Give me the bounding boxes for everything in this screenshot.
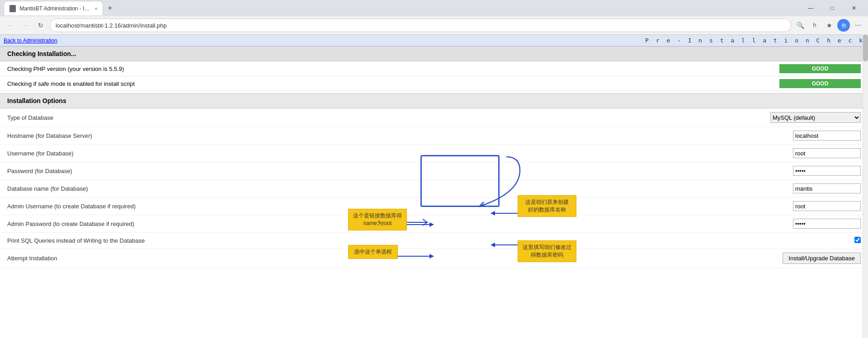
back-to-admin-link[interactable]: Back to Administration bbox=[4, 38, 57, 44]
label-db-type: Type of Database bbox=[7, 114, 392, 121]
input-username[interactable] bbox=[793, 148, 861, 158]
close-btn[interactable]: ✕ bbox=[844, 1, 864, 15]
label-password: Password (for Database) bbox=[7, 168, 392, 174]
input-hostname[interactable] bbox=[793, 131, 861, 141]
field-hostname[interactable] bbox=[793, 131, 861, 141]
select-db-type[interactable]: MySQL (default) PostgreSQL MS SQL Oracle bbox=[770, 112, 861, 123]
annotation-db-name: 这个是链接数据库得 name为root bbox=[348, 209, 407, 230]
label-admin-password: Admin Password (to create Database if re… bbox=[7, 221, 392, 227]
label-hostname: Hostname (for Database Server) bbox=[7, 132, 392, 139]
label-username: Username (for Database) bbox=[7, 150, 392, 157]
input-db-type[interactable]: MySQL (default) PostgreSQL MS SQL Oracle bbox=[770, 112, 861, 123]
minimize-btn[interactable]: — bbox=[800, 1, 821, 15]
input-admin-username[interactable] bbox=[793, 201, 861, 211]
forward-btn[interactable]: → bbox=[19, 19, 32, 32]
option-print-sql: Print SQL Queries instead of Writing to … bbox=[0, 233, 868, 249]
field-username[interactable] bbox=[793, 148, 861, 158]
page-content: Back to Administration P r e - I n s t a… bbox=[0, 35, 868, 338]
label-print-sql: Print SQL Queries instead of Writing to … bbox=[7, 237, 392, 244]
input-dbname[interactable] bbox=[793, 183, 861, 193]
option-admin-username: Admin Username (to create Database if re… bbox=[0, 197, 868, 215]
bookmark-icon[interactable]: ★ bbox=[823, 19, 835, 32]
input-print-sql[interactable] bbox=[854, 237, 861, 244]
search-icon[interactable]: 🔍 bbox=[794, 19, 807, 32]
check-php-label: Checking PHP version (your version is 5.… bbox=[7, 66, 124, 72]
settings-icon[interactable]: ⋯ bbox=[852, 19, 864, 32]
checkbox-print-sql[interactable] bbox=[854, 237, 861, 243]
field-dbname[interactable] bbox=[793, 183, 861, 193]
window-controls: — □ ✕ bbox=[800, 1, 864, 15]
browser-chrome: MantisBT Administration - Insta... × + —… bbox=[0, 0, 868, 35]
field-admin-password[interactable] bbox=[793, 219, 861, 229]
label-install: Attempt Installation bbox=[7, 255, 392, 262]
back-btn[interactable]: ← bbox=[4, 19, 16, 32]
option-hostname: Hostname (for Database Server) bbox=[0, 127, 868, 145]
translate-icon[interactable]: ｈ bbox=[808, 19, 821, 32]
tab-bar: MantisBT Administration - Insta... × + —… bbox=[0, 0, 868, 16]
option-db-type: Type of Database MySQL (default) Postgre… bbox=[0, 108, 868, 127]
field-password[interactable] bbox=[793, 166, 861, 176]
active-tab[interactable]: MantisBT Administration - Insta... × bbox=[4, 1, 103, 15]
option-install: Attempt Installation Install/Upgrade Dat… bbox=[0, 249, 868, 268]
label-admin-username: Admin Username (to create Database if re… bbox=[7, 203, 392, 210]
new-tab-btn[interactable]: + bbox=[104, 4, 116, 13]
maximize-btn[interactable]: □ bbox=[822, 1, 843, 15]
scrollbar-thumb[interactable] bbox=[863, 34, 868, 61]
input-install[interactable]: Install/Upgrade Database bbox=[783, 253, 861, 264]
user-avatar[interactable]: 抱 bbox=[837, 19, 850, 32]
option-password: Password (for Database) bbox=[0, 162, 868, 180]
annotation-checkbox: 选中这个单选框 bbox=[348, 245, 398, 259]
annotation-db-password: 这里填写咱们修改过得数据库密码 bbox=[518, 240, 576, 262]
check-row-php: Checking PHP version (your version is 5.… bbox=[0, 61, 868, 76]
tab-close-btn[interactable]: × bbox=[94, 6, 97, 11]
url-bar[interactable]: localhost/mantisbt-1.2.16/admin/install.… bbox=[50, 19, 791, 32]
option-username: Username (for Database) bbox=[0, 145, 868, 162]
field-admin-username[interactable] bbox=[793, 201, 861, 211]
install-options-header: Installation Options bbox=[0, 93, 868, 108]
pre-install-text: P r e - I n s t a l l a t i o n C h e c … bbox=[645, 37, 864, 44]
input-password[interactable] bbox=[793, 166, 861, 176]
arrow-db-name bbox=[405, 216, 432, 229]
top-nav: Back to Administration P r e - I n s t a… bbox=[0, 35, 868, 47]
scrollbar[interactable] bbox=[863, 34, 868, 338]
tab-title: MantisBT Administration - Insta... bbox=[19, 5, 91, 12]
check-safe-label: Checking if safe mode is enabled for ins… bbox=[7, 80, 135, 87]
option-admin-password: Admin Password (to create Database if re… bbox=[0, 215, 868, 233]
install-button[interactable]: Install/Upgrade Database bbox=[783, 253, 861, 264]
label-dbname: Database name (for Database) bbox=[7, 185, 392, 192]
checking-header: Checking Installation... bbox=[0, 47, 868, 61]
annotation-original-db: 这是咱们原来创建好的数据库名称 bbox=[518, 195, 576, 217]
check-php-status: GOOD bbox=[779, 64, 861, 73]
check-row-safe-mode: Checking if safe mode is enabled for ins… bbox=[0, 76, 868, 91]
browser-actions: 🔍 ｈ ★ 抱 ⋯ bbox=[794, 19, 864, 32]
option-dbname: Database name (for Database) bbox=[0, 180, 868, 197]
address-bar: ← → ↻ localhost/mantisbt-1.2.16/admin/in… bbox=[0, 16, 868, 34]
input-admin-password[interactable] bbox=[793, 219, 861, 229]
url-text: localhost/mantisbt-1.2.16/admin/install.… bbox=[56, 22, 167, 29]
refresh-btn[interactable]: ↻ bbox=[34, 19, 47, 32]
check-safe-status: GOOD bbox=[779, 79, 861, 88]
tab-favicon bbox=[9, 5, 16, 12]
